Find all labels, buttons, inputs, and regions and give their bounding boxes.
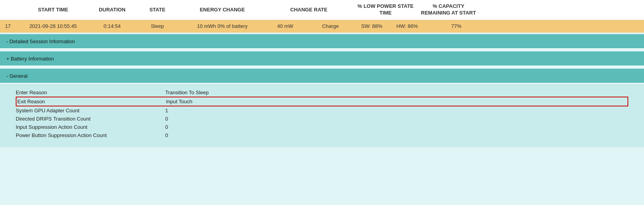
row-change-rate-mw: 40 mW	[264, 22, 307, 31]
info-row: Power Button Suppression Action Count 0	[16, 131, 628, 139]
col-header-duration: DURATION	[90, 2, 134, 18]
info-label: Power Button Suppression Action Count	[16, 132, 165, 138]
info-label: Enter Reason	[16, 90, 165, 95]
info-row: Enter Reason Transition To Sleep	[16, 88, 628, 97]
row-low-power-sw: SW: 88%	[354, 22, 389, 31]
battery-info-header[interactable]: + Battery Information	[0, 51, 644, 66]
info-row: System GPU Adapter Count 1	[16, 106, 628, 115]
info-value: 0	[165, 116, 168, 122]
info-value: 0	[165, 132, 168, 138]
row-start-time: 2021-09-28 10:55:45	[16, 22, 90, 31]
detailed-session-header[interactable]: - Detailed Session Information	[0, 34, 644, 49]
row-low-power-hw: HW: 86%	[389, 22, 425, 31]
info-row: Input Suppression Action Count 0	[16, 123, 628, 131]
row-duration: 0:14:54	[90, 22, 134, 31]
general-body: Enter Reason Transition To Sleep Exit Re…	[0, 84, 644, 147]
info-row-highlighted: Exit Reason Input Touch	[16, 97, 628, 106]
info-value: Input Touch	[166, 99, 192, 104]
col-header-num	[0, 2, 16, 18]
row-energy-change: 10 mWh 0% of battery	[181, 22, 264, 31]
table-row: 17 2021-09-28 10:55:45 0:14:54 Sleep 10 …	[0, 20, 644, 33]
row-capacity: 77%	[425, 22, 488, 31]
col-header-low-power: % LOW POWER STATE TIME	[354, 2, 417, 18]
info-value: 0	[165, 124, 168, 130]
row-change-rate-type: Charge	[307, 22, 354, 31]
info-label: Input Suppression Action Count	[16, 124, 165, 130]
row-state: Sleep	[134, 22, 181, 31]
row-num: 17	[0, 22, 16, 31]
col-header-energy-change: ENERGY CHANGE	[181, 2, 264, 18]
info-label: Exit Reason	[17, 99, 166, 104]
col-header-start-time: START TIME	[16, 2, 90, 18]
col-header-capacity: % CAPACITY REMAINING AT START	[417, 2, 480, 18]
col-header-change-rate: CHANGE RATE	[264, 2, 354, 18]
info-value: 1	[165, 108, 168, 113]
info-value: Transition To Sleep	[165, 90, 209, 95]
info-label: Directed DRIPS Transition Count	[16, 116, 165, 122]
col-header-state: STATE	[134, 2, 181, 18]
info-label: System GPU Adapter Count	[16, 108, 165, 113]
general-header[interactable]: - General	[0, 69, 644, 84]
info-row: Directed DRIPS Transition Count 0	[16, 115, 628, 123]
table-header: START TIME DURATION STATE ENERGY CHANGE …	[0, 0, 644, 20]
